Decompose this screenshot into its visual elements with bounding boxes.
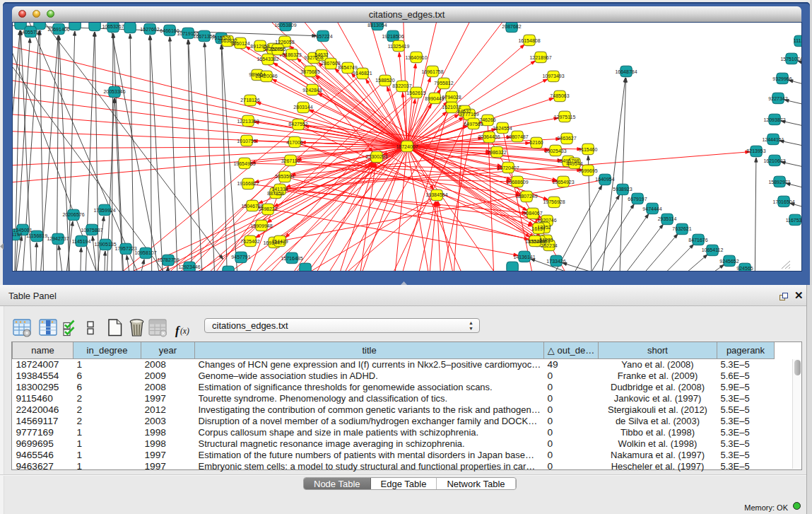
svg-text:5498222: 5498222 bbox=[258, 206, 277, 211]
svg-text:1640954: 1640954 bbox=[595, 177, 614, 182]
svg-text:9245652: 9245652 bbox=[719, 259, 739, 264]
svg-text:8213953: 8213953 bbox=[746, 148, 765, 153]
svg-text:1167533: 1167533 bbox=[786, 218, 801, 223]
svg-text:1226058: 1226058 bbox=[275, 40, 294, 45]
svg-text:746266: 746266 bbox=[479, 117, 495, 122]
svg-text:62160: 62160 bbox=[529, 140, 543, 145]
svg-text:252234: 252234 bbox=[541, 243, 557, 248]
svg-text:9463627: 9463627 bbox=[557, 136, 576, 141]
svg-text:8813054: 8813054 bbox=[367, 23, 387, 28]
svg-text:1527602: 1527602 bbox=[140, 27, 159, 32]
svg-text:141334: 141334 bbox=[271, 187, 288, 192]
svg-text:1010755: 1010755 bbox=[237, 139, 256, 144]
svg-text:16543382: 16543382 bbox=[257, 57, 278, 62]
svg-text:17016504: 17016504 bbox=[772, 199, 794, 204]
svg-text:7632621: 7632621 bbox=[672, 226, 691, 231]
svg-text:9699695: 9699695 bbox=[578, 168, 597, 173]
svg-text:(x): (x) bbox=[180, 327, 189, 336]
svg-text:10958107: 10958107 bbox=[134, 250, 156, 255]
svg-text:9227342: 9227342 bbox=[768, 96, 787, 101]
svg-text:8471676: 8471676 bbox=[688, 238, 707, 243]
svg-text:54632: 54632 bbox=[314, 52, 329, 57]
svg-text:6497568: 6497568 bbox=[464, 122, 483, 127]
svg-text:12444151: 12444151 bbox=[762, 137, 784, 142]
svg-text:12093872: 12093872 bbox=[763, 117, 785, 122]
svg-text:12905135: 12905135 bbox=[94, 242, 116, 247]
svg-text:20053346: 20053346 bbox=[103, 89, 125, 94]
svg-text:8454749: 8454749 bbox=[338, 65, 357, 70]
svg-text:15892971: 15892971 bbox=[768, 180, 790, 185]
svg-text:15751074: 15751074 bbox=[780, 57, 801, 62]
svg-text:750935: 750935 bbox=[269, 47, 286, 52]
svg-text:23300293: 23300293 bbox=[365, 154, 387, 159]
svg-text:7357224: 7357224 bbox=[313, 34, 332, 39]
svg-text:16210643: 16210643 bbox=[763, 158, 785, 163]
svg-text:15720407: 15720407 bbox=[497, 165, 519, 170]
svg-text:1345001: 1345001 bbox=[13, 228, 32, 233]
svg-text:2087682: 2087682 bbox=[502, 24, 521, 29]
svg-text:9146821: 9146821 bbox=[353, 71, 372, 76]
svg-text:9860124: 9860124 bbox=[230, 41, 249, 46]
svg-text:6794028: 6794028 bbox=[442, 95, 461, 100]
svg-text:9457791: 9457791 bbox=[231, 255, 250, 259]
svg-text:12975115: 12975115 bbox=[554, 115, 576, 119]
svg-text:1562615: 1562615 bbox=[406, 90, 425, 95]
svg-text:2718126: 2718126 bbox=[240, 98, 259, 103]
svg-text:12213369: 12213369 bbox=[237, 119, 259, 124]
svg-text:9242848: 9242848 bbox=[302, 88, 322, 93]
svg-text:17359924: 17359924 bbox=[93, 208, 115, 213]
svg-text:3624554: 3624554 bbox=[493, 126, 512, 131]
svg-text:10653267: 10653267 bbox=[102, 24, 124, 29]
svg-text:16053809: 16053809 bbox=[274, 23, 296, 28]
svg-text:7625402: 7625402 bbox=[240, 239, 259, 244]
svg-text:9115460: 9115460 bbox=[579, 147, 598, 152]
svg-text:17957223: 17957223 bbox=[114, 246, 136, 251]
svg-text:12923446: 12923446 bbox=[178, 264, 200, 269]
svg-text:8186323: 8186323 bbox=[282, 52, 301, 57]
svg-text:3875685: 3875685 bbox=[300, 69, 319, 74]
svg-text:10688609: 10688609 bbox=[506, 180, 528, 185]
svg-text:16648784: 16648784 bbox=[615, 69, 637, 74]
svg-text:924565: 924565 bbox=[736, 266, 753, 271]
svg-text:10973493: 10973493 bbox=[542, 74, 564, 78]
svg-text:391194: 391194 bbox=[13, 232, 23, 237]
svg-text:9777169: 9777169 bbox=[459, 112, 478, 117]
svg-text:6679197: 6679197 bbox=[628, 197, 647, 201]
svg-text:15716485: 15716485 bbox=[281, 256, 302, 261]
svg-text:417006: 417006 bbox=[286, 140, 302, 145]
svg-text:10807487: 10807487 bbox=[506, 134, 528, 139]
svg-text:11325419: 11325419 bbox=[388, 44, 410, 49]
svg-text:2935114: 2935114 bbox=[658, 216, 677, 221]
svg-text:19654923: 19654923 bbox=[552, 180, 574, 185]
svg-text:19166827: 19166827 bbox=[237, 181, 259, 186]
svg-text:7485063: 7485063 bbox=[550, 93, 569, 98]
svg-text:16154808: 16154808 bbox=[518, 38, 540, 43]
svg-text:1588520: 1588520 bbox=[375, 78, 394, 83]
svg-text:5353594: 5353594 bbox=[275, 174, 294, 179]
svg-text:1733426: 1733426 bbox=[546, 259, 565, 264]
svg-text:8427552: 8427552 bbox=[288, 122, 307, 127]
svg-text:14055712: 14055712 bbox=[19, 30, 41, 35]
svg-text:2803144: 2803144 bbox=[293, 105, 312, 110]
svg-text:7955812: 7955812 bbox=[434, 81, 453, 86]
svg-text:16782759: 16782759 bbox=[157, 257, 179, 262]
svg-text:18807249: 18807249 bbox=[515, 194, 537, 199]
svg-text:11121: 11121 bbox=[794, 38, 801, 43]
svg-text:19654985: 19654985 bbox=[233, 161, 255, 166]
svg-text:887858: 887858 bbox=[267, 191, 283, 196]
svg-text:11156819: 11156819 bbox=[26, 233, 47, 238]
svg-text:1852480: 1852480 bbox=[525, 239, 544, 244]
svg-text:10654112: 10654112 bbox=[702, 247, 724, 252]
svg-text:10975887: 10975887 bbox=[81, 228, 102, 233]
svg-text:15909948: 15909948 bbox=[250, 223, 272, 228]
svg-text:19756928: 19756928 bbox=[543, 199, 565, 204]
svg-text:8322037: 8322037 bbox=[392, 83, 411, 88]
svg-text:9474444: 9474444 bbox=[642, 206, 661, 211]
svg-text:18724007: 18724007 bbox=[396, 144, 418, 149]
svg-text:12942737: 12942737 bbox=[47, 236, 69, 241]
svg-text:13640910: 13640910 bbox=[405, 55, 427, 60]
svg-text:12218967: 12218967 bbox=[529, 55, 551, 60]
svg-text:5938923: 5938923 bbox=[613, 187, 632, 192]
svg-text:14136141: 14136141 bbox=[513, 255, 535, 259]
svg-text:3267110: 3267110 bbox=[281, 158, 300, 163]
